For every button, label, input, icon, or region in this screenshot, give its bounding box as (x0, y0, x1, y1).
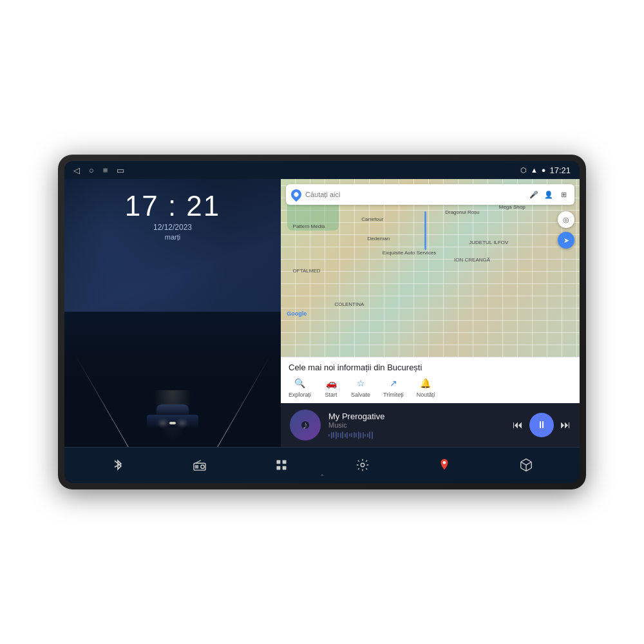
waveform-bar (349, 433, 350, 437)
map-label-colentina: COLENTINA (335, 301, 365, 307)
explorați-icon: 🔍 (293, 376, 307, 390)
waveform-bar (333, 432, 334, 438)
waveform-bar (340, 433, 341, 438)
car-body (147, 415, 198, 428)
waveform-bar (336, 431, 337, 439)
search-action-icons: 🎤 👤 ⊞ (528, 189, 569, 200)
svg-rect-8 (276, 466, 280, 470)
svg-point-11 (443, 461, 446, 464)
grid-icon[interactable]: ⊞ (558, 189, 569, 200)
salvate-icon: ☆ (354, 376, 368, 390)
map-label-ion-creanga: ION CREANGĂ (454, 257, 490, 263)
map-navigate-icon[interactable]: ➤ (558, 232, 574, 249)
previous-track-button[interactable]: ⏮ (513, 419, 523, 431)
bluetooth-status-icon: ⬡ (520, 166, 527, 175)
swipe-indicator: ⌃ (319, 473, 325, 480)
map-nav-start[interactable]: 🚗 Start (324, 376, 338, 398)
account-icon[interactable]: 👤 (543, 189, 554, 200)
map-info-section: Cele mai noi informații din București 🔍 … (281, 357, 580, 403)
waveform-bar (372, 431, 373, 439)
map-label-oftalmed: OFTALMED (293, 268, 321, 274)
map-nav-explorați[interactable]: 🔍 Explorați (289, 376, 311, 398)
dock-bluetooth[interactable] (105, 452, 131, 478)
main-content: 17 : 21 12/12/2023 marți (64, 179, 580, 447)
waveform-bar (369, 431, 370, 439)
dock-settings[interactable] (350, 452, 375, 478)
music-artist: Music (328, 421, 505, 429)
car-silhouette (144, 405, 202, 428)
svg-line-5 (196, 460, 201, 464)
waveform-bar (354, 432, 355, 438)
map-nav-buttons: 🔍 Explorați 🚗 Start ☆ Salvate ↗ (289, 376, 572, 398)
back-button[interactable]: ◁ (73, 166, 80, 175)
map-controls: ◎ ➤ (558, 211, 574, 249)
waveform-bar (360, 433, 361, 438)
waveform-bar (363, 432, 364, 439)
road-line-left (75, 355, 140, 447)
start-icon: 🚗 (324, 376, 338, 390)
clock-time: 17 : 21 (125, 192, 221, 220)
road-line-right (206, 355, 271, 447)
dock-apps[interactable] (269, 452, 294, 478)
salvate-label: Salvate (351, 392, 370, 398)
status-bar: ◁ ○ ≡ ▭ ⬡ ▲ ● 17:21 (64, 161, 580, 179)
album-art: ♪ (290, 410, 321, 440)
map-label-exquisite: Exquisite Auto Services (383, 250, 437, 256)
map-label-pattern-media: Pattern Media (293, 223, 325, 229)
search-placeholder[interactable]: Căutați aici (305, 191, 524, 198)
trimiteti-icon: ↗ (386, 376, 401, 390)
car-headlights (169, 422, 176, 424)
map-search-bar[interactable]: Căutați aici 🎤 👤 ⊞ (286, 184, 574, 205)
map-area[interactable]: Căutați aici 🎤 👤 ⊞ Pattern Media Carrefo… (281, 179, 580, 357)
waveform-bar (358, 431, 359, 439)
signal-icon: ● (542, 166, 546, 174)
microphone-icon[interactable]: 🎤 (528, 189, 540, 200)
music-title: My Prerogative (328, 412, 505, 421)
noutati-icon: 🔔 (419, 376, 433, 390)
right-panel: Căutați aici 🎤 👤 ⊞ Pattern Media Carrefo… (281, 179, 580, 447)
play-pause-button[interactable]: ⏸ (529, 413, 554, 437)
map-label-dragonul-rosu: Dragonul Roșu (445, 209, 479, 215)
menu-button[interactable]: ≡ (103, 166, 108, 175)
svg-rect-7 (282, 460, 286, 464)
waveform-bar (351, 433, 352, 437)
map-nav-noutati[interactable]: 🔔 Noutăți (417, 376, 435, 398)
home-button[interactable]: ○ (89, 166, 94, 175)
left-panel: 17 : 21 12/12/2023 marți (64, 179, 281, 447)
device: ◁ ○ ≡ ▭ ⬡ ▲ ● 17:21 17 : 21 12/12/2023 m… (58, 155, 586, 489)
map-info-title: Cele mai noi informații din București (289, 363, 572, 372)
dock-maps[interactable] (431, 452, 457, 478)
recent-button[interactable]: ▭ (117, 166, 124, 175)
status-bar-left: ◁ ○ ≡ ▭ (73, 166, 124, 175)
explorați-label: Explorați (289, 392, 311, 398)
next-track-button[interactable]: ⏭ (560, 419, 571, 431)
clock-date: 12/12/2023 (125, 223, 221, 232)
start-label: Start (325, 392, 337, 398)
waveform-bar (355, 433, 357, 437)
map-nav-salvate[interactable]: ☆ Salvate (351, 376, 370, 398)
noutati-label: Noutăți (417, 392, 435, 398)
map-label-google: Google (287, 310, 307, 317)
map-route-line (424, 211, 426, 250)
dock-extra[interactable] (513, 452, 539, 478)
google-maps-pin-icon (289, 187, 304, 202)
map-nav-trimiteti[interactable]: ↗ Trimiteți (383, 376, 404, 398)
clock-area: 17 : 21 12/12/2023 marți (125, 192, 221, 241)
waveform-bar (346, 432, 348, 439)
map-label-carrefour: Carrefour (361, 216, 383, 222)
map-location-icon[interactable]: ◎ (558, 211, 574, 228)
dock-radio[interactable] (187, 452, 213, 478)
wifi-icon: ▲ (531, 166, 538, 174)
music-player: ♪ My Prerogative Music (281, 403, 580, 447)
status-bar-right: ⬡ ▲ ● 17:21 (520, 166, 571, 175)
tunnel-scene (64, 312, 281, 447)
music-album-icon: ♪ (303, 419, 308, 432)
status-time: 17:21 (549, 166, 571, 175)
trimiteti-label: Trimiteți (383, 392, 404, 398)
bottom-dock: ⌃ (64, 447, 580, 483)
waveform-bar (328, 434, 330, 437)
svg-rect-6 (276, 460, 280, 464)
svg-point-10 (361, 463, 365, 467)
waveform-bar (337, 433, 339, 437)
device-screen: ◁ ○ ≡ ▭ ⬡ ▲ ● 17:21 17 : 21 12/12/2023 m… (64, 161, 580, 483)
